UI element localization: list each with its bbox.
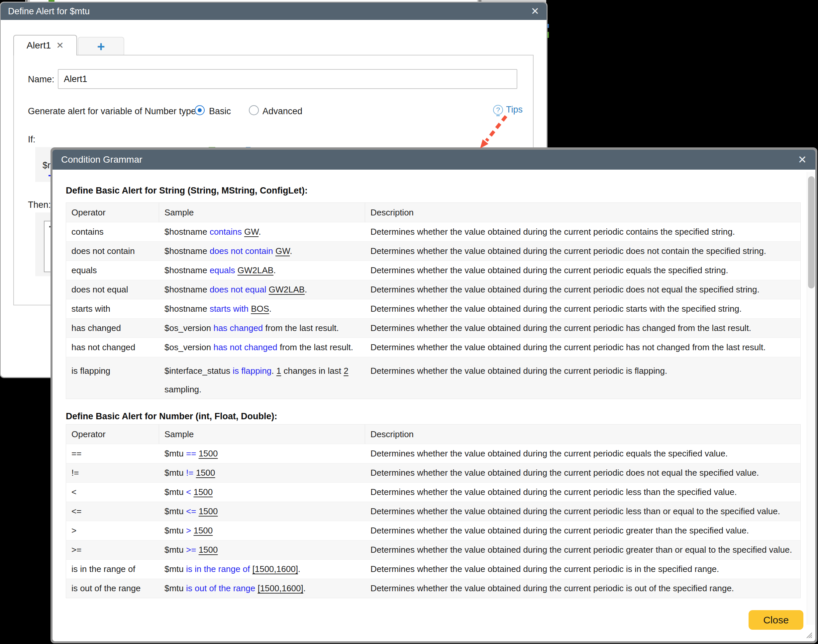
description-cell: Determines whether the value obtained du… bbox=[365, 227, 800, 237]
if-label: If: bbox=[28, 135, 35, 145]
sample-value: GW bbox=[244, 227, 258, 237]
background-blue-icon-fragment bbox=[547, 24, 549, 28]
sample-cell: $hostname starts with BOS. bbox=[159, 304, 365, 314]
sample-text: $mtu bbox=[165, 487, 186, 497]
sample-cell: $mtu == 1500 bbox=[159, 448, 365, 459]
sample-cell: $hostname equals GW2LAB. bbox=[159, 265, 365, 276]
sample-text: . bbox=[258, 227, 261, 237]
sample-text bbox=[194, 468, 196, 478]
sample-cell: $mtu is in the range of [1500,1600]. bbox=[159, 564, 365, 574]
string-operators-table: OperatorSampleDescriptioncontains$hostna… bbox=[66, 202, 801, 399]
sample-text: $mtu bbox=[165, 506, 186, 516]
sample-value: 1500 bbox=[194, 487, 213, 497]
sample-value: 1500 bbox=[199, 545, 218, 555]
sample-keyword-link: starts with bbox=[210, 304, 249, 314]
sample-text bbox=[273, 246, 275, 256]
description-cell: Determines whether the value obtained du… bbox=[365, 506, 800, 517]
sample-text: $hostname bbox=[165, 246, 210, 256]
sample-cell: $hostname contains GW. bbox=[159, 227, 365, 237]
description-cell: Determines whether the value obtained du… bbox=[365, 323, 800, 333]
tab-alert1[interactable]: Alert1 ✕ bbox=[13, 35, 77, 55]
background-window-edge bbox=[30, 0, 477, 3]
column-header: Operator bbox=[66, 203, 159, 222]
sample-text: $mtu bbox=[165, 448, 186, 458]
sample-keyword-link: <= bbox=[186, 506, 196, 516]
sample-text bbox=[242, 227, 244, 237]
sample-value: 1500 bbox=[199, 506, 218, 516]
generate-alert-label: Generate alert for variable of Number ty… bbox=[28, 106, 198, 117]
table-row: contains$hostname contains GW.Determines… bbox=[66, 222, 800, 241]
sample-cell: $interface_status is flapping. 1 changes… bbox=[159, 357, 365, 399]
sample-text: $hostname bbox=[165, 265, 210, 275]
sample-text: $mtu bbox=[165, 468, 186, 478]
sample-text bbox=[266, 285, 269, 294]
sample-text: . bbox=[274, 265, 276, 275]
close-icon[interactable]: ✕ bbox=[531, 6, 539, 16]
sample-value: BOS bbox=[251, 304, 269, 314]
sample-text: . bbox=[290, 246, 292, 256]
tab-add-button[interactable]: + bbox=[78, 37, 124, 55]
operator-cell: has changed bbox=[66, 323, 159, 333]
operator-cell: has not changed bbox=[66, 342, 159, 353]
sample-text: sampling. bbox=[165, 385, 201, 394]
sample-value: [1500,1600] bbox=[257, 583, 303, 593]
then-label: Then: bbox=[28, 200, 51, 210]
operator-cell: equals bbox=[66, 265, 159, 276]
table-row: >$mtu > 1500Determines whether the value… bbox=[66, 521, 800, 540]
sample-text bbox=[196, 506, 198, 516]
sample-value: [1500,1600] bbox=[252, 564, 298, 574]
description-cell: Determines whether the value obtained du… bbox=[365, 304, 800, 314]
operator-cell: >= bbox=[66, 545, 159, 555]
define-alert-titlebar: Define Alert for $mtu ✕ bbox=[1, 3, 547, 20]
sample-value: 1500 bbox=[199, 448, 218, 458]
sample-text bbox=[235, 265, 238, 275]
sample-value: GW bbox=[275, 246, 290, 256]
description-cell: Determines whether the value obtained du… bbox=[365, 468, 800, 478]
scrollbar-thumb[interactable] bbox=[808, 176, 815, 288]
sample-text bbox=[250, 564, 252, 574]
sample-value: GW2LAB bbox=[269, 285, 304, 294]
background-fragment bbox=[478, 0, 481, 3]
string-section-heading: Define Basic Alert for String (String, M… bbox=[66, 186, 308, 196]
sample-text: . bbox=[269, 304, 271, 314]
sample-text: $mtu bbox=[165, 545, 186, 555]
sample-cell: $mtu <= 1500 bbox=[159, 506, 365, 517]
radio-basic[interactable] bbox=[195, 105, 204, 115]
tab-close-icon[interactable]: ✕ bbox=[56, 40, 64, 51]
resize-handle-icon[interactable] bbox=[806, 632, 813, 639]
sample-cell: $hostname does not equal GW2LAB. bbox=[159, 285, 365, 295]
description-cell: Determines whether the value obtained du… bbox=[365, 564, 800, 574]
table-row: starts with$hostname starts with BOS.Det… bbox=[66, 299, 800, 318]
sample-text: $os_version bbox=[165, 323, 213, 333]
close-button[interactable]: Close bbox=[749, 610, 803, 630]
column-header: Description bbox=[365, 203, 800, 222]
sample-text: . bbox=[298, 564, 300, 574]
sample-text: from the last result. bbox=[277, 342, 353, 352]
close-icon[interactable]: ✕ bbox=[798, 154, 807, 165]
sample-text: $hostname bbox=[165, 227, 210, 237]
name-label: Name: bbox=[28, 74, 54, 85]
sample-keyword-link: has changed bbox=[213, 323, 263, 333]
sample-text: from the last result. bbox=[263, 323, 338, 333]
sample-cell: $mtu < 1500 bbox=[159, 487, 365, 497]
table-row: is out of the range$mtu is out of the ra… bbox=[66, 579, 800, 598]
table-row: !=$mtu != 1500Determines whether the val… bbox=[66, 463, 800, 482]
condition-grammar-titlebar: Condition Grammar ✕ bbox=[52, 150, 815, 170]
sample-keyword-link: is out of the range bbox=[186, 583, 255, 593]
sample-text: $hostname bbox=[165, 304, 210, 314]
sample-text: $os_version bbox=[165, 342, 213, 352]
operator-cell: starts with bbox=[66, 304, 159, 314]
description-cell: Determines whether the value obtained du… bbox=[365, 265, 800, 276]
operator-cell: <= bbox=[66, 506, 159, 517]
alert-name-input[interactable] bbox=[58, 69, 517, 89]
number-section-heading: Define Basic Alert for Number (int, Floa… bbox=[66, 411, 277, 422]
table-row: is in the range of$mtu is in the range o… bbox=[66, 559, 800, 579]
column-header: Sample bbox=[159, 425, 365, 444]
sample-cell: $os_version has not changed from the las… bbox=[159, 342, 365, 353]
sample-cell: $mtu >= 1500 bbox=[159, 545, 365, 555]
description-cell: Determines whether the value obtained du… bbox=[365, 448, 800, 459]
radio-advanced[interactable] bbox=[249, 105, 259, 115]
table-header-row: OperatorSampleDescription bbox=[66, 203, 800, 222]
operator-cell: is out of the range bbox=[66, 583, 159, 593]
sample-keyword-link: does not equal bbox=[210, 285, 266, 294]
